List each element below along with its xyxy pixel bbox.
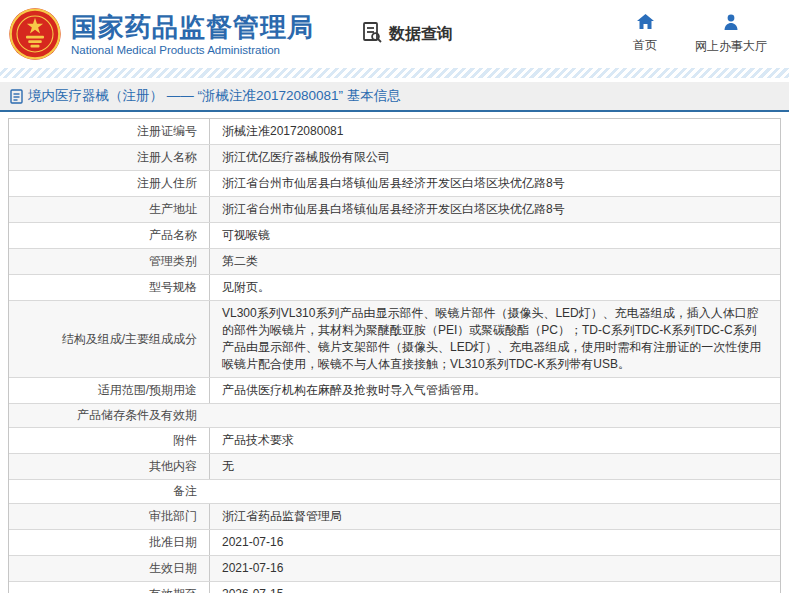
table-row: 批准日期 2021-07-16 — [9, 529, 780, 555]
row-value: 2021-07-16 — [209, 556, 780, 581]
table-row: 生产地址 浙江省台州市仙居县白塔镇仙居县经济开发区白塔区块优亿路8号 — [9, 196, 780, 222]
row-value: 第二类 — [209, 249, 780, 274]
row-label: 其他内容 — [9, 454, 209, 479]
row-label: 生产地址 — [9, 197, 209, 222]
page-header: 国家药品监督管理局 National Medical Products Admi… — [0, 0, 789, 68]
row-label: 型号规格 — [9, 275, 209, 300]
page-title-bar: 境内医疗器械（注册） —— “浙械注准20172080081” 基本信息 — [0, 82, 789, 112]
table-row: 注册证编号 浙械注准20172080081 — [9, 119, 780, 144]
table-row: 注册人名称 浙江优亿医疗器械股份有限公司 — [9, 144, 780, 170]
org-name-en: National Medical Products Administration — [71, 44, 314, 56]
row-label: 适用范围/预期用途 — [9, 378, 209, 403]
main-content: 注册证编号 浙械注准20172080081 注册人名称 浙江优亿医疗器械股份有限… — [8, 118, 781, 593]
row-label: 批准日期 — [9, 530, 209, 555]
row-label: 审批部门 — [9, 504, 209, 529]
home-icon — [637, 14, 654, 33]
row-label: 管理类别 — [9, 249, 209, 274]
registration-info-table: 注册证编号 浙械注准20172080081 注册人名称 浙江优亿医疗器械股份有限… — [8, 118, 781, 593]
table-row: 生效日期 2021-07-16 — [9, 555, 780, 581]
decorative-stripe-band — [0, 68, 789, 78]
nav-hall-label: 网上办事大厅 — [695, 38, 767, 55]
row-value: VL300系列VL310系列产品由显示部件、喉镜片部件（摄像头、LED灯）、充电… — [209, 301, 780, 377]
row-value — [209, 480, 780, 503]
row-value: 无 — [209, 454, 780, 479]
row-value: 浙江省台州市仙居县白塔镇仙居县经济开发区白塔区块优亿路8号 — [209, 197, 780, 222]
row-value: 浙江省药品监督管理局 — [209, 504, 780, 529]
data-query-label: 数据查询 — [389, 24, 453, 45]
row-label: 备注 — [9, 480, 209, 503]
row-label: 结构及组成/主要组成成分 — [9, 301, 209, 377]
national-emblem-icon — [8, 7, 62, 61]
row-value: 2021-07-16 — [209, 530, 780, 555]
row-label: 附件 — [9, 428, 209, 453]
row-label: 注册人名称 — [9, 145, 209, 170]
nav-home-label: 首页 — [633, 37, 657, 54]
row-value — [209, 404, 780, 427]
row-value: 产品供医疗机构在麻醉及抢救时导入气管插管用。 — [209, 378, 780, 403]
document-search-icon — [360, 20, 384, 48]
row-label: 注册证编号 — [9, 119, 209, 144]
table-row: 型号规格 见附页。 — [9, 274, 780, 300]
table-row: 其他内容 无 — [9, 453, 780, 479]
table-row: 适用范围/预期用途 产品供医疗机构在麻醉及抢救时导入气管插管用。 — [9, 377, 780, 403]
user-icon — [723, 14, 739, 34]
row-label: 生效日期 — [9, 556, 209, 581]
row-value: 2026-07-15 — [209, 582, 780, 593]
table-row: 管理类别 第二类 — [9, 248, 780, 274]
row-label: 注册人住所 — [9, 171, 209, 196]
table-row: 产品名称 可视喉镜 — [9, 222, 780, 248]
row-value: 浙械注准20172080081 — [209, 119, 780, 144]
row-label: 产品储存条件及有效期 — [9, 404, 209, 427]
row-value: 可视喉镜 — [209, 223, 780, 248]
table-row: 产品储存条件及有效期 — [9, 403, 780, 427]
table-row: 审批部门 浙江省药品监督管理局 — [9, 503, 780, 529]
table-row: 附件 产品技术要求 — [9, 427, 780, 453]
table-row: 备注 — [9, 479, 780, 503]
nmpa-logo[interactable]: 国家药品监督管理局 National Medical Products Admi… — [8, 7, 314, 61]
row-label: 有效期至 — [9, 582, 209, 593]
table-row: 注册人住所 浙江省台州市仙居县白塔镇仙居县经济开发区白塔区块优亿路8号 — [9, 170, 780, 196]
data-query-button[interactable]: 数据查询 — [360, 20, 453, 48]
table-row: 有效期至 2026-07-15 — [9, 581, 780, 593]
table-row: 结构及组成/主要组成成分 VL300系列VL310系列产品由显示部件、喉镜片部件… — [9, 300, 780, 377]
row-value: 浙江优亿医疗器械股份有限公司 — [209, 145, 780, 170]
org-name-cn: 国家药品监督管理局 — [71, 12, 314, 42]
row-value: 产品技术要求 — [209, 428, 780, 453]
row-value: 见附页。 — [209, 275, 780, 300]
document-icon — [10, 89, 23, 104]
nav-home[interactable]: 首页 — [633, 14, 657, 54]
row-label: 产品名称 — [9, 223, 209, 248]
nav-online-hall[interactable]: 网上办事大厅 — [695, 14, 767, 55]
row-value: 浙江省台州市仙居县白塔镇仙居县经济开发区白塔区块优亿路8号 — [209, 171, 780, 196]
page-title: 境内医疗器械（注册） —— “浙械注准20172080081” 基本信息 — [28, 87, 401, 105]
